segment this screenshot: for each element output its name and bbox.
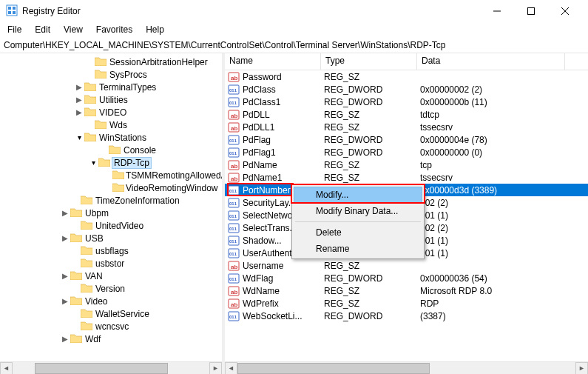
tree-node-label: Console [122, 145, 158, 156]
tree-node-label: Video [84, 296, 109, 307]
svg-text:011: 011 [229, 88, 237, 93]
tree-node[interactable]: ▾WinStations [0, 131, 222, 144]
tree-node[interactable]: ▶VIDEO [0, 106, 222, 118]
address-bar[interactable]: Computer\HKEY_LOCAL_MACHINE\SYSTEM\Curre… [0, 37, 588, 53]
tree-node[interactable]: ▶Ubpm [0, 207, 222, 219]
expander-icon[interactable]: ▶ [74, 96, 84, 104]
column-header[interactable]: Data [417, 53, 565, 70]
maximize-button[interactable] [514, 0, 548, 22]
registry-value-row[interactable]: abWdPrefixREG_SZRDP [225, 297, 588, 310]
tree-node-label: TimeZoneInformation [94, 196, 181, 206]
tree-node[interactable]: ▶TerminalTypes [0, 81, 222, 93]
tree-node[interactable]: ▶Utilities [0, 93, 222, 106]
tree-node[interactable]: wcncsvc [0, 320, 222, 333]
close-button[interactable] [548, 0, 582, 22]
tree-node[interactable]: WalletService [0, 307, 222, 320]
registry-value-row[interactable]: abPdNameREG_SZtcp [225, 158, 588, 171]
value-name-cell: 011PdClass1 [225, 96, 321, 108]
scroll-right-button[interactable]: ► [209, 362, 222, 375]
registry-value-row[interactable]: abPdDLLREG_SZtdtcp [225, 108, 588, 121]
tree-node[interactable]: ▶VAN [0, 270, 222, 282]
minimize-button[interactable] [480, 0, 514, 22]
menu-help[interactable]: Help [140, 23, 170, 36]
expander-icon[interactable]: ▶ [60, 297, 70, 305]
tree-node[interactable]: Console [0, 144, 222, 156]
value-name-cell: 011WdFlag [225, 273, 321, 284]
dword-value-icon: 011 [228, 210, 240, 221]
scroll-thumb[interactable] [237, 363, 430, 374]
menu-favorites[interactable]: Favorites [90, 23, 138, 36]
scroll-thumb[interactable] [35, 363, 168, 374]
value-type-cell: REG_SZ [321, 72, 417, 82]
folder-icon [70, 295, 84, 307]
registry-value-row[interactable]: 011PdClass1REG_DWORD0x0000000b (11) [225, 96, 588, 108]
tree-hscroll[interactable]: ◄ ► [0, 361, 222, 374]
tree-node[interactable]: Version [0, 282, 222, 295]
tree-node[interactable]: usbstor [0, 257, 222, 270]
value-data-cell: 001 (1) [417, 248, 565, 258]
tree-node[interactable]: ▶USB [0, 232, 222, 244]
tree-node[interactable]: UnitedVideo [0, 219, 222, 232]
tree-node[interactable]: TimeZoneInformation [0, 194, 222, 207]
context-menu-item[interactable]: Modify... [294, 187, 422, 203]
scroll-track[interactable] [13, 362, 209, 375]
value-name-cell: abPdDLL [225, 109, 321, 121]
registry-value-row[interactable]: 011PdFlagREG_DWORD0x0000004e (78) [225, 133, 588, 146]
tree-panel[interactable]: SessionArbitrationHelperSysProcs▶Termina… [0, 53, 222, 374]
tree-node[interactable]: VideoRemotingWindow [0, 181, 222, 194]
tree-node[interactable]: ▶Video [0, 295, 222, 307]
string-value-icon: ab [228, 260, 240, 272]
tree-node[interactable]: TSMMRemotingAllowedApp [0, 169, 222, 181]
expander-icon[interactable]: ▶ [60, 234, 70, 242]
menu-file[interactable]: File [1, 23, 27, 36]
folder-icon [81, 245, 94, 257]
tree-node[interactable]: SysProcs [0, 68, 222, 81]
menu-edit[interactable]: Edit [29, 23, 56, 36]
tree-node-label: SysProcs [108, 70, 149, 80]
menu-view[interactable]: View [58, 23, 89, 36]
registry-value-row[interactable]: abWdNameREG_SZMicrosoft RDP 8.0 [225, 284, 588, 297]
content-area: SessionArbitrationHelperSysProcs▶Termina… [0, 53, 588, 374]
registry-value-row[interactable]: abPdDLL1REG_SZtssecsrv [225, 121, 588, 133]
registry-value-row[interactable]: abUsernameREG_SZ [225, 259, 588, 272]
tree-node[interactable]: usbflags [0, 244, 222, 257]
value-type-cell: REG_SZ [321, 173, 417, 183]
registry-value-row[interactable]: 011PdClassREG_DWORD0x00000002 (2) [225, 83, 588, 96]
scroll-left-button[interactable]: ◄ [0, 362, 13, 375]
window-title: Registry Editor [22, 6, 480, 16]
expander-icon[interactable]: ▾ [88, 158, 98, 167]
svg-text:ab: ab [231, 176, 237, 182]
expander-icon[interactable]: ▶ [74, 108, 84, 116]
registry-value-row[interactable]: 011WebSocketLi...REG_DWORD (3387) [225, 310, 588, 322]
expander-icon[interactable]: ▶ [74, 83, 84, 91]
value-type-cell: REG_DWORD [321, 97, 417, 107]
value-name-cell: 011WebSocketLi... [225, 310, 321, 322]
dword-value-icon: 011 [228, 84, 240, 96]
expander-icon[interactable]: ▶ [60, 272, 70, 280]
value-type-cell: REG_SZ [321, 110, 417, 120]
expander-icon[interactable]: ▾ [74, 133, 84, 141]
scroll-track[interactable] [237, 362, 575, 375]
scroll-left-button[interactable]: ◄ [225, 362, 237, 375]
tree-node[interactable]: ▶Wdf [0, 333, 222, 345]
context-menu-item[interactable]: Rename [294, 241, 422, 257]
registry-value-row[interactable]: abPdName1REG_SZtssecsrv [225, 171, 588, 184]
tree-node-label: Version [94, 284, 126, 294]
expander-icon[interactable]: ▶ [60, 209, 70, 217]
expander-icon[interactable]: ▶ [60, 335, 70, 343]
registry-value-row[interactable]: 011PdFlag1REG_DWORD0x00000000 (0) [225, 146, 588, 158]
registry-value-row[interactable]: 011WdFlagREG_DWORD0x00000036 (54) [225, 272, 588, 284]
column-header[interactable]: Name [225, 53, 321, 70]
folder-icon [81, 283, 94, 295]
context-menu-item[interactable]: Delete [294, 224, 422, 241]
tree-node[interactable]: ▾RDP-Tcp [0, 156, 222, 169]
value-data-cell: Microsoft RDP 8.0 [417, 286, 565, 296]
context-menu-item[interactable]: Modify Binary Data... [294, 203, 422, 219]
tree-node[interactable]: SessionArbitrationHelper [0, 56, 222, 68]
scroll-right-button[interactable]: ► [575, 362, 588, 375]
value-data-cell: 0x00000000 (0) [417, 147, 565, 158]
registry-value-row[interactable]: abPasswordREG_SZ [225, 70, 588, 83]
column-header[interactable]: Type [321, 53, 417, 70]
tree-node[interactable]: Wds [0, 118, 222, 131]
list-hscroll[interactable]: ◄ ► [225, 361, 588, 374]
